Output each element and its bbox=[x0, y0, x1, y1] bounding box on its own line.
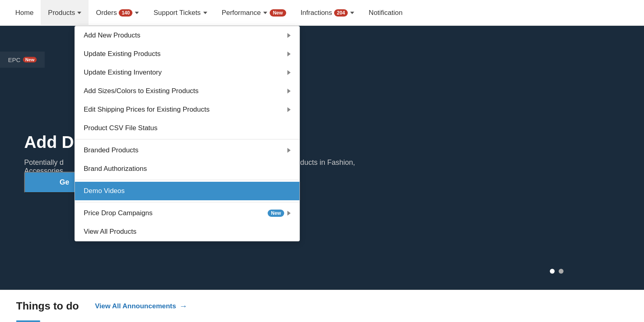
nav-products[interactable]: Products bbox=[41, 0, 89, 26]
nav-infractions-label: Infractions bbox=[301, 9, 332, 17]
products-caret-icon bbox=[77, 12, 81, 14]
navbar: Home Products Orders 140 Support Tickets… bbox=[0, 0, 644, 26]
nav-performance-label: Performance bbox=[222, 9, 261, 17]
nav-notifications[interactable]: Notification bbox=[361, 0, 410, 26]
nav-home-label: Home bbox=[15, 9, 33, 17]
infractions-caret-icon bbox=[350, 12, 354, 14]
performance-caret-icon bbox=[263, 12, 267, 14]
nav-orders[interactable]: Orders 140 bbox=[89, 0, 146, 26]
nav-performance[interactable]: Performance New bbox=[215, 0, 293, 26]
nav-home[interactable]: Home bbox=[8, 0, 41, 26]
infractions-badge: 204 bbox=[334, 9, 348, 17]
orders-caret-icon bbox=[135, 12, 139, 14]
orders-badge: 140 bbox=[119, 9, 132, 17]
performance-new-badge: New bbox=[270, 9, 286, 17]
nav-orders-label: Orders bbox=[96, 9, 117, 17]
support-caret-icon bbox=[203, 12, 207, 14]
nav-products-label: Products bbox=[48, 9, 75, 17]
nav-support-label: Support Tickets bbox=[153, 9, 200, 17]
nav-notifications-label: Notification bbox=[369, 9, 402, 17]
nav-infractions[interactable]: Infractions 204 bbox=[293, 0, 361, 26]
nav-support-tickets[interactable]: Support Tickets bbox=[146, 0, 214, 26]
